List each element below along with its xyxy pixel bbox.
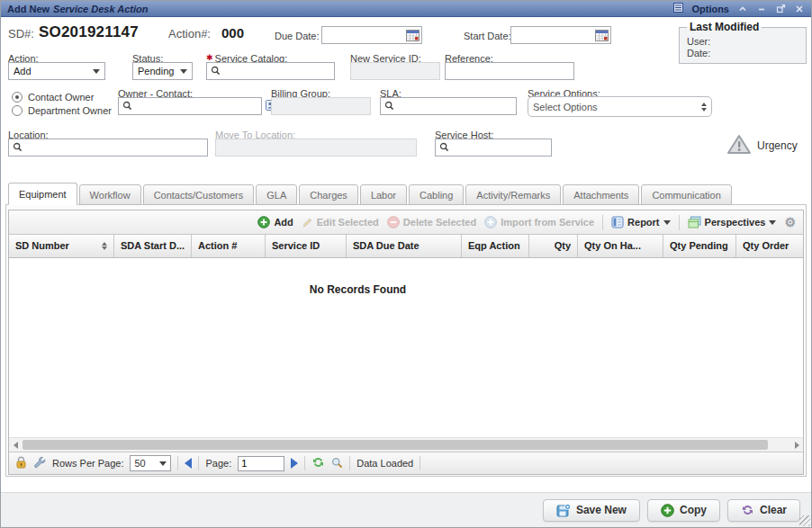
tab-cabling[interactable]: Cabling (409, 184, 464, 205)
tab-attachments[interactable]: Attachments (563, 184, 639, 205)
action-number-label: Action#: (168, 27, 211, 40)
sd-number-label: SD#: (8, 27, 34, 40)
column-header-qty-pending[interactable]: Qty Pending (663, 235, 736, 257)
sla-field (380, 97, 517, 115)
required-asterisk-icon: ✱ (206, 53, 213, 62)
refresh-icon[interactable] (311, 456, 325, 470)
radio-unselected-icon[interactable] (12, 105, 23, 116)
chevron-down-icon (663, 220, 671, 225)
wrench-icon[interactable] (33, 456, 46, 470)
due-date-calendar-icon[interactable] (406, 29, 420, 43)
rows-per-page-label: Rows Per Page: (52, 458, 123, 469)
report-button[interactable]: Report (611, 216, 670, 228)
window-title-emphasis: Service Desk Action (53, 4, 148, 14)
copy-button[interactable]: Copy (647, 499, 720, 522)
sla-input[interactable] (394, 98, 516, 114)
column-header-service-id[interactable]: Service ID (266, 235, 347, 257)
scroll-right-arrow[interactable] (791, 440, 802, 451)
owner-contact-field (118, 97, 262, 115)
close-button[interactable] (794, 4, 805, 14)
pager-separator (349, 456, 350, 470)
column-header-eqp-action[interactable]: Eqp Action (462, 235, 529, 257)
tab-contacts-customers[interactable]: Contacts/Customers (143, 184, 255, 205)
footer-bar: Save New Copy Clear (1, 493, 811, 527)
save-icon (556, 504, 571, 517)
chevron-down-icon (159, 461, 167, 466)
column-header-action-number[interactable]: Action # (192, 235, 266, 257)
tab-activity-remarks[interactable]: Activity/Remarks (465, 184, 561, 205)
column-header-qty[interactable]: Qty (529, 235, 578, 257)
action-select[interactable]: Add (8, 62, 105, 80)
save-new-button[interactable]: Save New (543, 499, 640, 522)
urgency-indicator[interactable]: Urgency (726, 134, 798, 157)
minimize-button[interactable] (756, 4, 767, 14)
grid-body: No Records Found (9, 258, 803, 437)
sd-number-value: SO201921147 (39, 23, 139, 41)
start-date-calendar-icon[interactable] (595, 29, 609, 43)
column-header-sd-number[interactable]: SD Number (9, 235, 114, 257)
options-button[interactable]: Options (691, 4, 729, 14)
next-page-button[interactable] (291, 458, 298, 469)
perspectives-button[interactable]: Perspectives (688, 216, 777, 228)
tab-workflow[interactable]: Workflow (79, 184, 141, 205)
add-button[interactable]: Add (257, 216, 293, 228)
scrollbar-thumb[interactable] (23, 440, 768, 450)
status-select[interactable]: Pending (132, 62, 193, 80)
last-modified-date-label: Date: (687, 48, 798, 58)
service-host-input[interactable] (449, 139, 551, 156)
sort-icon[interactable] (102, 242, 107, 250)
action-number-value: 000 (221, 25, 244, 40)
search-icon (439, 142, 449, 154)
equipment-tab-panel: Add Edit Selected Delete Selected Import… (5, 204, 807, 477)
collapse-button[interactable] (737, 4, 748, 14)
start-date-field (510, 26, 611, 44)
report-icon (611, 216, 624, 228)
clear-button[interactable]: Clear (727, 499, 800, 522)
search-records-icon[interactable] (331, 457, 343, 470)
column-header-sda-start-date[interactable]: SDA Start D... (114, 235, 192, 257)
column-header-sda-due-date[interactable]: SDA Due Date (347, 235, 462, 257)
page-number-input[interactable] (238, 456, 284, 471)
search-icon (122, 101, 132, 112)
department-owner-radio[interactable]: Department Owner (12, 105, 112, 116)
add-circle-icon (661, 504, 674, 517)
pager-separator (304, 456, 305, 470)
tab-equipment[interactable]: Equipment (8, 183, 77, 205)
move-to-location-field (215, 139, 417, 157)
popout-button[interactable] (775, 4, 786, 14)
chevron-down-icon (180, 69, 187, 74)
tab-communication[interactable]: Communication (641, 184, 731, 205)
rows-per-page-select[interactable]: 50 (130, 455, 171, 471)
location-input[interactable] (23, 139, 207, 156)
owner-contact-input[interactable] (132, 98, 261, 114)
start-date-label: Start Date: (464, 31, 511, 41)
radio-selected-icon[interactable] (12, 92, 23, 103)
contact-owner-radio[interactable]: Contact Owner (12, 92, 94, 103)
delete-circle-icon (387, 216, 400, 228)
lock-icon[interactable] (15, 456, 27, 470)
service-catalog-input[interactable] (221, 63, 334, 79)
reference-field (445, 62, 574, 80)
tab-labor[interactable]: Labor (360, 184, 407, 205)
column-header-qty-ordered[interactable]: Qty Order (736, 235, 803, 257)
pencil-icon (302, 217, 313, 228)
tab-gla[interactable]: GLA (256, 184, 297, 205)
tab-bar: Equipment Workflow Contacts/Customers GL… (8, 183, 734, 205)
reference-input[interactable] (446, 63, 573, 79)
column-header-qty-on-hand[interactable]: Qty On Ha... (578, 235, 663, 257)
urgency-label: Urgency (757, 139, 798, 152)
grid-settings-gear-icon[interactable]: ⚙ (784, 216, 796, 228)
service-options-select[interactable]: Select Options (528, 96, 712, 117)
service-host-field (435, 139, 552, 157)
location-field (8, 139, 208, 157)
urgency-warning-icon (726, 134, 752, 157)
chevron-down-icon (769, 220, 776, 225)
resize-grip[interactable] (799, 515, 810, 526)
horizontal-scrollbar[interactable] (9, 437, 803, 452)
service-catalog-field (206, 62, 335, 80)
previous-page-button[interactable] (185, 458, 192, 469)
window-title: Add NewService Desk Action (7, 4, 148, 14)
scroll-left-arrow[interactable] (10, 440, 21, 451)
new-service-id-input (351, 63, 439, 79)
tab-charges[interactable]: Charges (299, 184, 358, 205)
